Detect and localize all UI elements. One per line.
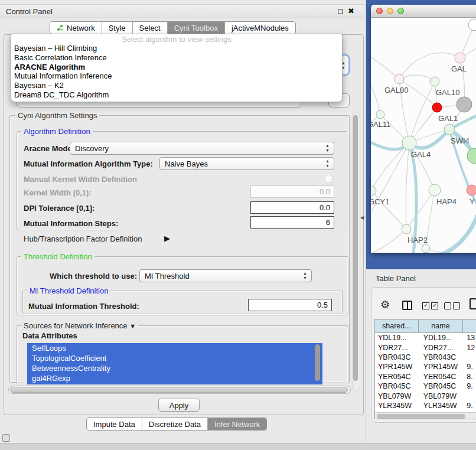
- window-edge-tick: [5, 0, 5, 4]
- settings-hscrollbar-thumb[interactable]: [10, 387, 348, 393]
- network-node-gal10[interactable]: [430, 77, 439, 86]
- tab-select[interactable]: Select: [133, 22, 168, 34]
- minimize-traffic-light[interactable]: [387, 8, 393, 14]
- table-row[interactable]: YDL19...YDL19...13: [375, 333, 476, 343]
- attributes-vscrollbar-thumb[interactable]: [315, 344, 320, 381]
- network-node-gal[interactable]: [455, 53, 465, 63]
- network-node[interactable]: [457, 97, 472, 112]
- dpi-tolerance-field[interactable]: 0.0: [250, 201, 334, 214]
- network-node-gal4[interactable]: [402, 136, 416, 150]
- network-view[interactable]: GALGAL80GAL10GAL1GAL11SWI4GAL4GCY1HAP4YH…: [371, 18, 476, 253]
- sources-title[interactable]: Sources for Network Inference ▼: [21, 321, 138, 330]
- network-node-gal80[interactable]: [395, 74, 404, 84]
- mi-type-combo[interactable]: Naive Bayes ▲▼: [159, 157, 334, 170]
- network-node[interactable]: [468, 19, 476, 31]
- close-traffic-light[interactable]: [376, 8, 383, 14]
- column-header-shared-name[interactable]: shared...: [375, 319, 419, 332]
- network-node-gal11[interactable]: [376, 110, 384, 119]
- network-icon: [57, 24, 64, 31]
- table-cell: YPR145W: [375, 363, 419, 371]
- table-hscrollbar[interactable]: [375, 412, 476, 419]
- tab-cyni-toolbox[interactable]: Cyni Toolbox: [168, 22, 225, 34]
- settings-hscrollbar[interactable]: [8, 386, 351, 394]
- table-row[interactable]: YPR145WYPR145W9.: [375, 362, 476, 371]
- spinner-icon: ▲▼: [303, 271, 307, 281]
- tab-jactivemnodules[interactable]: jActiveMNodules: [225, 22, 295, 34]
- apply-button[interactable]: Apply: [158, 399, 200, 412]
- network-node-hap4[interactable]: [429, 184, 441, 196]
- network-node-label: GCY1: [371, 197, 389, 206]
- column-header-name[interactable]: name: [419, 319, 464, 332]
- tab-discretize-data[interactable]: Discretize Data: [142, 418, 208, 430]
- kernel-width-field[interactable]: 0.0: [250, 185, 334, 198]
- settings-vscrollbar[interactable]: [352, 113, 360, 390]
- which-threshold-combo[interactable]: MI Threshold ▲▼: [139, 269, 312, 282]
- algorithm-list-item[interactable]: Mutual Information Inference: [11, 71, 342, 81]
- manual-kernel-checkbox[interactable]: [325, 175, 332, 182]
- table-row[interactable]: YBR043CYBR043C: [375, 353, 476, 362]
- algorithm-list-item[interactable]: ARACNE Algorithm: [11, 63, 342, 72]
- table-row[interactable]: YDR27...YDR27...12: [375, 343, 476, 352]
- gear-icon[interactable]: ⚙: [380, 298, 390, 311]
- control-panel: Control Panel ✖ Network Style Select Cyn…: [0, 0, 366, 450]
- float-window-button[interactable]: [338, 9, 343, 14]
- network-node[interactable]: [422, 244, 430, 253]
- float-panel-icon[interactable]: [2, 434, 10, 442]
- settings-vscrollbar-thumb[interactable]: [353, 115, 358, 381]
- aracne-mode-value: Discovery: [75, 144, 109, 153]
- table-row[interactable]: YER054CYER054C8.: [375, 372, 476, 381]
- network-node-swi4[interactable]: [444, 124, 455, 135]
- network-window-titlebar[interactable]: [371, 5, 476, 18]
- document-icon[interactable]: [470, 298, 476, 309]
- algorithm-list-item[interactable]: Basic Correlation Inference: [11, 53, 342, 63]
- data-attribute-item[interactable]: TopologicalCoefficient: [27, 353, 322, 363]
- table-row[interactable]: YBR045CYBR045C9.: [375, 381, 476, 391]
- data-attribute-item[interactable]: SelfLoops: [27, 343, 322, 353]
- deselect-all-checkboxes-icon[interactable]: [444, 302, 460, 309]
- expander-right-icon[interactable]: ▶: [164, 234, 170, 243]
- table-cell: YER054C: [375, 373, 419, 381]
- mi-steps-field[interactable]: 6: [250, 216, 334, 229]
- hub-definition-label[interactable]: Hub/Transcription Factor Definition: [24, 234, 142, 243]
- tab-network[interactable]: Network: [50, 22, 102, 34]
- select-all-checkboxes-icon[interactable]: ✓ ✓: [422, 302, 438, 309]
- network-window[interactable]: GALGAL80GAL10GAL1GAL11SWI4GAL4GCY1HAP4YH…: [371, 5, 476, 253]
- mi-threshold-field[interactable]: 0.5: [248, 299, 332, 311]
- table-panel-title: Table Panel: [376, 274, 416, 283]
- table-row[interactable]: YBL079WYBL079W: [375, 391, 476, 400]
- manual-kernel-label: Manual Kernel Width Definition: [24, 175, 137, 184]
- network-node[interactable]: [467, 148, 476, 164]
- table-cell: YBL079W: [419, 392, 464, 400]
- close-icon[interactable]: ✖: [348, 6, 354, 15]
- algorithm-combo-placeholder[interactable]: Select algorithm to view settings: [11, 34, 342, 44]
- table-cell: 13: [463, 334, 476, 342]
- network-node-gal1[interactable]: [432, 103, 442, 112]
- network-edge: [399, 75, 435, 81]
- algorithm-list-item[interactable]: Bayesian – K2: [11, 81, 342, 90]
- algorithm-list-item[interactable]: Dream8 DC_TDC Algorithm: [11, 90, 342, 100]
- tab-impute-data[interactable]: Impute Data: [87, 418, 142, 430]
- algorithm-list-item[interactable]: Bayesian – Hill Climbing: [11, 44, 342, 53]
- network-node-hap2[interactable]: [402, 224, 411, 234]
- zoom-traffic-light[interactable]: [397, 8, 404, 14]
- mi-threshold-label: Mutual Information Threshold:: [28, 302, 139, 311]
- network-edge: [371, 229, 406, 253]
- panel-resize-arrow-icon[interactable]: ◀: [360, 215, 364, 220]
- data-attribute-item[interactable]: BetweennessCentrality: [27, 363, 322, 373]
- table-cell: YPR145W: [419, 363, 464, 371]
- table-cell: YBR043C: [375, 353, 419, 361]
- network-edge: [371, 191, 406, 229]
- network-node-gcy1[interactable]: [371, 186, 376, 195]
- network-node-y[interactable]: [467, 185, 476, 195]
- table-row[interactable]: YLR345WYLR345W9.: [375, 401, 476, 410]
- table-cell: YBR045C: [375, 382, 419, 390]
- table-hscrollbar-thumb[interactable]: [377, 414, 465, 419]
- table-cell: YDL19...: [375, 334, 419, 342]
- column-header-partial[interactable]: [463, 319, 476, 332]
- expander-down-icon: ▼: [129, 322, 136, 330]
- tab-style[interactable]: Style: [102, 22, 133, 34]
- column-layout-icon[interactable]: [402, 301, 412, 310]
- aracne-mode-combo[interactable]: Discovery ▲▼: [70, 142, 334, 155]
- data-attribute-item[interactable]: gal4RGexp: [27, 373, 322, 383]
- tab-infer-network[interactable]: Infer Network: [208, 418, 266, 430]
